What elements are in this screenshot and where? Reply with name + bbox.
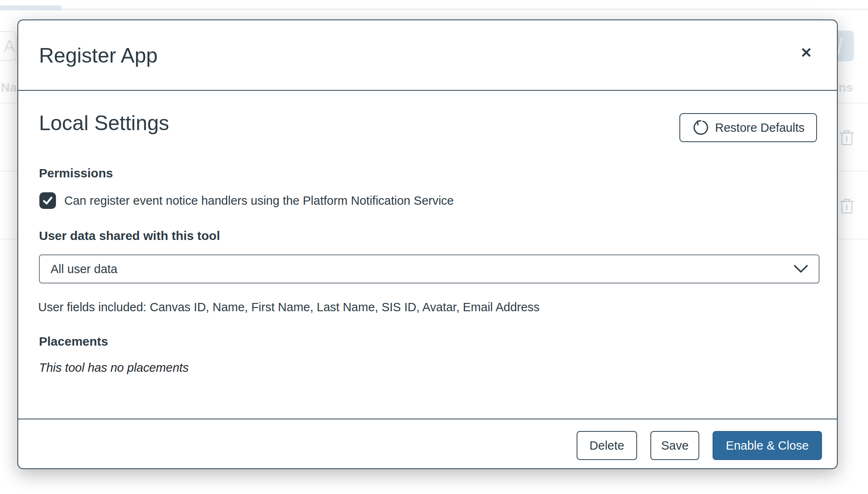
permissions-checkbox-label: Can register event notice handlers using… xyxy=(64,194,454,208)
close-icon: ✕ xyxy=(800,44,812,61)
restore-defaults-label: Restore Defaults xyxy=(715,121,805,135)
permissions-label: Permissions xyxy=(39,166,113,180)
footer-divider xyxy=(18,419,837,419)
placements-label: Placements xyxy=(39,334,108,349)
check-icon xyxy=(42,195,53,206)
footer-buttons: Delete Save Enable & Close xyxy=(577,431,822,460)
close-button[interactable]: ✕ xyxy=(797,44,815,62)
user-fields-helper-text: User fields included: Canvas ID, Name, F… xyxy=(38,300,540,314)
delete-button[interactable]: Delete xyxy=(577,431,637,460)
save-button[interactable]: Save xyxy=(650,431,699,460)
restore-defaults-button[interactable]: Restore Defaults xyxy=(679,113,817,142)
user-data-select[interactable]: All user data xyxy=(39,254,820,283)
modal-header: Register App ✕ xyxy=(18,20,837,91)
permissions-checkbox-row: Can register event notice handlers using… xyxy=(39,191,454,210)
local-settings-heading: Local Settings xyxy=(39,111,169,136)
modal-title: Register App xyxy=(39,44,158,68)
chevron-down-icon xyxy=(794,265,808,273)
register-app-modal: Register App ✕ Local Settings Restore De… xyxy=(17,19,838,469)
user-data-select-value: All user data xyxy=(40,262,117,276)
placements-empty-text: This tool has no placements xyxy=(39,361,189,375)
reset-icon xyxy=(692,119,708,136)
user-data-label: User data shared with this tool xyxy=(39,229,220,243)
permissions-checkbox[interactable] xyxy=(39,192,56,209)
enable-close-button[interactable]: Enable & Close xyxy=(713,431,822,460)
